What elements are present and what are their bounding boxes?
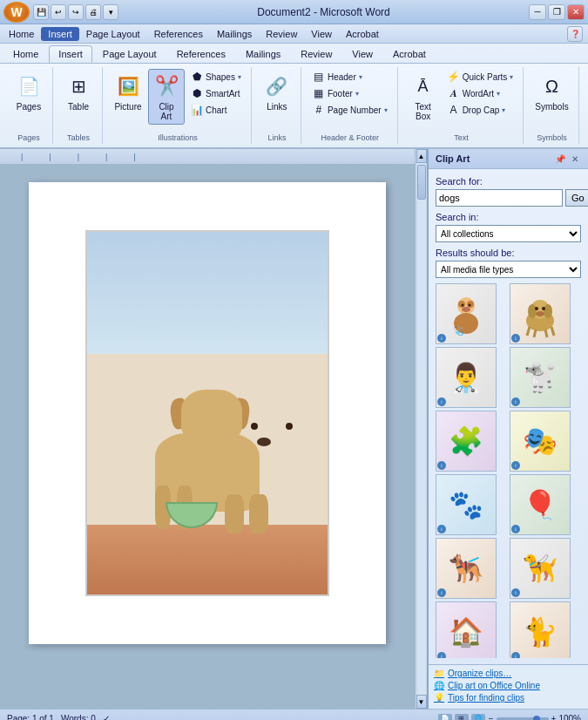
clip-item[interactable]: 🐾 i	[436, 474, 497, 535]
page-number-button[interactable]: # Page Number ▾	[308, 102, 392, 118]
pages-button[interactable]: 📄 Pages	[10, 69, 47, 115]
clip-item[interactable]: 🐩 i	[510, 347, 571, 408]
tab-acrobat[interactable]: Acrobat	[383, 45, 436, 63]
tips-link[interactable]: 💡 Tips for finding clips	[434, 693, 583, 703]
view-normal-btn[interactable]: 📄	[438, 714, 452, 721]
tab-home[interactable]: Home	[3, 45, 48, 63]
clip-art-body: Search for: Go Search in: All collection…	[429, 169, 588, 664]
tab-review[interactable]: Review	[291, 45, 341, 63]
footer-button[interactable]: ▦ Footer ▾	[308, 85, 392, 101]
clip-art-close-button[interactable]: ✕	[569, 153, 581, 165]
clip-art-pin-button[interactable]: 📌	[554, 153, 566, 165]
dog-photo	[85, 230, 329, 596]
chart-button[interactable]: 📊 Chart	[186, 102, 246, 118]
zoom-in-btn[interactable]: +	[551, 714, 557, 720]
view-web-btn[interactable]: 🌐	[471, 714, 485, 721]
clip-badge: i	[511, 588, 520, 597]
close-button[interactable]: ✕	[567, 4, 585, 20]
tips-label: Tips for finding clips	[448, 693, 524, 703]
page-info: Page: 1 of 1	[7, 714, 54, 720]
view-full-btn[interactable]: ⊞	[455, 714, 469, 721]
ribbon-group-header-footer: ▤ Header ▾ ▦ Footer ▾ # Page Number ▾	[303, 67, 398, 144]
tab-references[interactable]: References	[167, 45, 235, 63]
header-button[interactable]: ▤ Header ▾	[308, 69, 392, 85]
menu-review[interactable]: Review	[259, 27, 304, 41]
menu-home[interactable]: Home	[2, 27, 41, 41]
clip-item[interactable]: 🩺 i	[436, 283, 497, 344]
svg-point-12	[535, 307, 538, 310]
ribbon-small-illustrations: ⬟ Shapes ▾ ⬢ SmartArt 📊 Chart	[186, 69, 246, 130]
doc-scrollbar[interactable]: ▲ ▼	[415, 149, 427, 709]
page-number-arrow: ▾	[384, 106, 388, 114]
clip-item[interactable]: i	[510, 283, 571, 344]
textbox-button[interactable]: Ā TextBox	[405, 69, 442, 125]
dog-nose	[257, 438, 271, 446]
clip-art-button[interactable]: ✂️ ClipArt	[148, 69, 185, 125]
search-row: Go	[436, 189, 581, 207]
menu-mailings[interactable]: Mailings	[210, 27, 259, 41]
tab-view[interactable]: View	[342, 45, 382, 63]
menu-bar: Home Insert Page Layout References Maili…	[0, 24, 588, 44]
quick-parts-button[interactable]: ⚡ Quick Parts ▾	[443, 69, 518, 85]
save-btn[interactable]: 💾	[33, 4, 49, 20]
shapes-button[interactable]: ⬟ Shapes ▾	[186, 69, 246, 85]
pages-icon: 📄	[15, 72, 43, 100]
ribbon-group-links-items: 🔗 Links	[259, 69, 295, 142]
symbols-button[interactable]: Ω Symbols	[531, 69, 572, 115]
ribbon-group-illustrations-items: 🖼️ Picture ✂️ ClipArt ⬟ Shapes ▾ ⬢ Smart	[110, 69, 246, 142]
search-in-section: Search in: All collections	[436, 212, 581, 242]
links-label: Links	[267, 102, 287, 112]
drop-cap-button[interactable]: A Drop Cap ▾	[443, 102, 518, 118]
redo-btn[interactable]: ↪	[68, 4, 84, 20]
help-button[interactable]: ❓	[567, 26, 583, 42]
clip-item[interactable]: 🐕‍🦺 i	[436, 538, 497, 599]
links-icon: 🔗	[263, 72, 291, 100]
search-input[interactable]	[436, 189, 563, 207]
tab-insert[interactable]: Insert	[49, 45, 92, 63]
office-button[interactable]: W	[3, 2, 30, 23]
undo-btn[interactable]: ↩	[51, 4, 66, 20]
clip-item[interactable]: 🎈 i	[510, 474, 571, 535]
organize-clips-link[interactable]: 📁 Organize clips…	[434, 669, 583, 678]
menu-page-layout[interactable]: Page Layout	[79, 27, 147, 41]
tab-page-layout[interactable]: Page Layout	[93, 45, 166, 63]
clip-item[interactable]: 🎭 i	[510, 411, 571, 472]
wordart-button[interactable]: 𝑨 WordArt ▾	[443, 85, 518, 101]
menu-acrobat[interactable]: Acrobat	[339, 27, 386, 41]
menu-insert[interactable]: Insert	[41, 27, 79, 41]
wordart-icon: 𝑨	[448, 87, 460, 99]
picture-button[interactable]: 🖼️ Picture	[110, 69, 146, 115]
document-area[interactable]: |||||	[0, 149, 427, 709]
clip-badge: i	[511, 525, 520, 533]
office-online-link[interactable]: 🌐 Clip art on Office Online	[434, 681, 583, 690]
zoom-thumb	[533, 716, 540, 721]
picture-label: Picture	[114, 102, 141, 112]
smartart-button[interactable]: ⬢ SmartArt	[186, 85, 246, 101]
clip-item[interactable]: 🏠 i	[436, 601, 497, 658]
tab-mailings[interactable]: Mailings	[236, 45, 290, 63]
menu-references[interactable]: References	[147, 27, 210, 41]
clip-item[interactable]: 🦮 i	[510, 538, 571, 599]
dog-back-leg-right	[249, 494, 268, 533]
clip-item[interactable]: 🧩 i	[436, 411, 497, 472]
clip-item[interactable]: 🐈 i	[510, 601, 571, 658]
more-btn[interactable]: ▾	[103, 4, 118, 20]
header-arrow: ▾	[359, 73, 362, 81]
restore-button[interactable]: ❐	[548, 4, 565, 20]
clip-art-title: Clip Art	[436, 153, 470, 164]
links-group-label: Links	[253, 133, 301, 142]
menu-view[interactable]: View	[304, 27, 339, 41]
links-button[interactable]: 🔗 Links	[259, 69, 295, 115]
table-label: Table	[68, 102, 89, 112]
tips-icon: 💡	[434, 693, 444, 703]
print-btn[interactable]: 🖨	[85, 4, 101, 20]
minimize-button[interactable]: ─	[529, 4, 546, 20]
go-button[interactable]: Go	[565, 189, 588, 207]
ribbon-group-pages: 📄 Pages Pages	[5, 67, 53, 144]
table-button[interactable]: ⊞ Table	[60, 69, 97, 115]
results-dropdown[interactable]: All media file types	[436, 261, 581, 278]
clip-item[interactable]: 👨‍⚕️ i	[436, 347, 497, 408]
search-in-dropdown[interactable]: All collections	[436, 225, 581, 242]
zoom-out-btn[interactable]: −	[489, 714, 494, 720]
zoom-slider[interactable]	[497, 717, 549, 721]
